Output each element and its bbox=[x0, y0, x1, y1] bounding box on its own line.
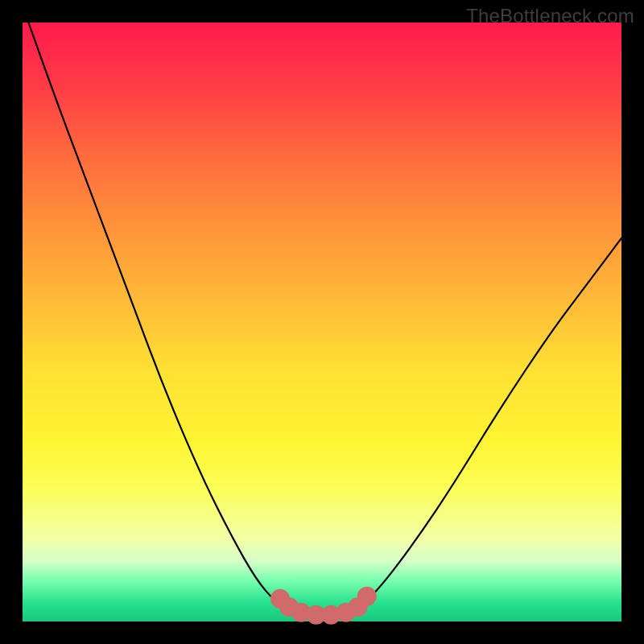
bottleneck-markers bbox=[275, 591, 373, 621]
chart-plot-area bbox=[23, 23, 621, 621]
marker-dot bbox=[295, 607, 307, 618]
marker-dot bbox=[361, 591, 373, 602]
chart-curve bbox=[28, 23, 621, 615]
marker-dot bbox=[311, 609, 322, 621]
chart-svg bbox=[23, 23, 621, 621]
chart-frame: TheBottleneck.com bbox=[0, 0, 644, 644]
marker-dot bbox=[325, 609, 336, 621]
bottleneck-curve bbox=[28, 23, 621, 615]
watermark-text: TheBottleneck.com bbox=[466, 5, 634, 27]
